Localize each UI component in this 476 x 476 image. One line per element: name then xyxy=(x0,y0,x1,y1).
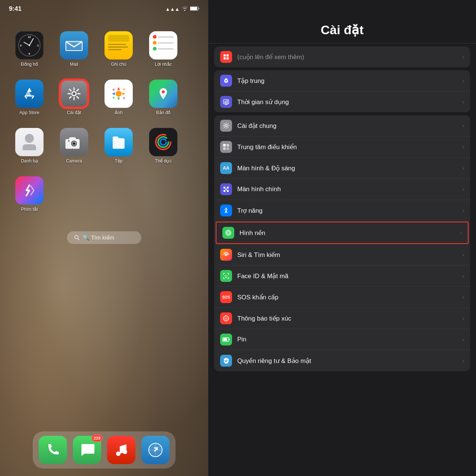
svg-rect-1 xyxy=(190,7,197,10)
svg-rect-43 xyxy=(227,190,229,192)
accessibility-row-icon xyxy=(220,205,232,216)
settings-row-privacy[interactable]: Quyền riêng tư & Bảo mật › xyxy=(214,350,470,371)
safari-icon xyxy=(141,436,170,464)
battery-chevron: › xyxy=(462,337,464,342)
svg-point-45 xyxy=(225,208,227,209)
dock-phone[interactable] xyxy=(39,436,67,464)
maps-icon xyxy=(149,80,177,108)
app-appstore-label: App Store xyxy=(19,110,39,115)
svg-rect-38 xyxy=(223,147,226,150)
app-fitness[interactable]: Thể dục xyxy=(143,120,184,168)
faceid-chevron: › xyxy=(462,273,464,279)
app-contacts[interactable]: Danh bạ xyxy=(9,120,50,168)
app-settings[interactable]: Cài đặt xyxy=(54,71,94,120)
svg-line-19 xyxy=(78,238,79,240)
clock-icon: 12 6 9 3 xyxy=(15,31,44,60)
messages-badge: 239 xyxy=(91,434,103,442)
search-bar-container: 🔍 Tìm kiếm xyxy=(0,231,208,244)
svg-point-52 xyxy=(226,318,227,319)
settings-row-faceid[interactable]: Face ID & Mật mã › xyxy=(214,266,470,287)
app-clock[interactable]: 12 6 9 3 Đồng hồ xyxy=(9,23,50,71)
dock-safari[interactable] xyxy=(141,436,170,464)
general-label: Cài đặt chung xyxy=(237,122,459,130)
screentime-label: Thời gian sử dụng xyxy=(237,98,459,106)
siri-label: Siri & Tìm kiếm xyxy=(237,251,459,259)
wallpaper-row-icon xyxy=(222,227,234,239)
settings-row-general[interactable]: Cài đặt chung › xyxy=(214,115,470,136)
app-notes[interactable]: Ghi chú xyxy=(98,23,139,71)
sos-chevron: › xyxy=(462,294,464,300)
display-row-icon: AA xyxy=(220,162,232,174)
wallpaper-chevron: › xyxy=(460,230,462,236)
siri-row-icon xyxy=(220,249,232,261)
privacy-chevron: › xyxy=(462,358,464,364)
exposure-row-icon xyxy=(220,312,232,324)
app-mail[interactable]: Mail xyxy=(54,23,94,71)
settings-row-partial[interactable]: (cuộn lên để xem thêm) › xyxy=(214,46,470,67)
svg-rect-41 xyxy=(227,187,229,189)
screentime-row-icon xyxy=(220,96,232,108)
music-icon xyxy=(107,436,135,464)
settings-group-2: Cài đặt chung › Trung tâm điều khiển › xyxy=(214,115,470,371)
svg-rect-27 xyxy=(223,57,226,60)
settings-icon xyxy=(60,80,88,108)
settings-row-siri[interactable]: Siri & Tìm kiếm › xyxy=(214,244,470,266)
svg-point-13 xyxy=(75,142,76,143)
settings-row-wallpaper[interactable]: Hình nền › xyxy=(216,222,469,244)
app-shortcuts[interactable]: Phím tắt xyxy=(9,168,50,216)
svg-point-17 xyxy=(160,139,166,145)
wifi-icon xyxy=(182,6,188,12)
dock: 239 xyxy=(33,431,176,469)
settings-row-focus[interactable]: Tập trung › xyxy=(214,70,470,91)
svg-point-9 xyxy=(162,90,165,93)
search-icon xyxy=(74,235,80,240)
settings-row-battery[interactable]: Pin › xyxy=(214,329,470,350)
siri-chevron: › xyxy=(462,252,464,258)
wallpaper-label: Hình nền xyxy=(239,229,457,237)
app-mail-label: Mail xyxy=(70,62,78,67)
app-photos[interactable]: Ảnh xyxy=(98,71,139,120)
app-camera[interactable]: Camera xyxy=(54,120,94,168)
svg-rect-26 xyxy=(226,54,229,57)
svg-rect-32 xyxy=(225,101,226,103)
settings-row-display[interactable]: AA Màn hình & Độ sáng › xyxy=(214,158,470,179)
phone-icon xyxy=(39,436,67,464)
focus-row-icon xyxy=(220,75,232,87)
app-maps[interactable]: Bản đồ xyxy=(143,71,184,120)
fitness-icon xyxy=(149,128,177,156)
privacy-label: Quyền riêng tư & Bảo mật xyxy=(237,357,459,365)
settings-row-accessibility[interactable]: Trợ năng › xyxy=(214,200,470,221)
app-shortcuts-label: Phím tắt xyxy=(21,207,38,212)
settings-panel: Cài đặt (cuộn lên để xem thêm) › xyxy=(208,0,476,476)
settings-row-exposure[interactable]: Thông báo tiếp xúc › xyxy=(214,308,470,329)
app-files[interactable]: Tệp xyxy=(98,120,139,168)
app-reminders[interactable]: Lời nhắc xyxy=(143,23,184,71)
homescreen-chevron: › xyxy=(462,186,464,192)
home-screen: 9:41 ▲▲▲ xyxy=(0,0,208,476)
settings-row-control[interactable]: Trung tâm điều khiển › xyxy=(214,136,470,158)
settings-row-sos[interactable]: SOS SOS khẩn cấp › xyxy=(214,287,470,308)
dock-music[interactable] xyxy=(107,436,135,464)
search-bar[interactable]: 🔍 Tìm kiếm xyxy=(67,231,141,244)
svg-point-7 xyxy=(73,92,75,95)
app-grid: 12 6 9 3 Đồng hồ Mail xyxy=(0,16,208,224)
partial-chevron: › xyxy=(462,54,464,60)
homescreen-row-icon xyxy=(220,183,232,195)
reminders-icon xyxy=(149,31,177,60)
general-row-icon xyxy=(220,120,232,132)
app-maps-label: Bản đồ xyxy=(156,110,171,115)
status-time: 9:41 xyxy=(9,5,22,13)
dock-messages[interactable]: 239 xyxy=(73,436,101,464)
shortcuts-icon xyxy=(15,176,44,205)
svg-rect-40 xyxy=(223,187,225,189)
settings-row-screentime[interactable]: Thời gian sử dụng › xyxy=(214,91,470,112)
camera-icon xyxy=(60,128,88,156)
settings-group-1: Tập trung › Thời gian sử dụng › xyxy=(214,70,470,112)
svg-point-8 xyxy=(116,91,122,97)
svg-rect-39 xyxy=(226,147,229,150)
contacts-icon xyxy=(15,128,44,156)
settings-row-homescreen[interactable]: Màn hình chính › xyxy=(214,179,470,200)
signal-icon: ▲▲▲ xyxy=(165,6,180,12)
partial-row-label: (cuộn lên để xem thêm) xyxy=(237,53,459,61)
app-appstore[interactable]: App Store xyxy=(9,71,50,120)
